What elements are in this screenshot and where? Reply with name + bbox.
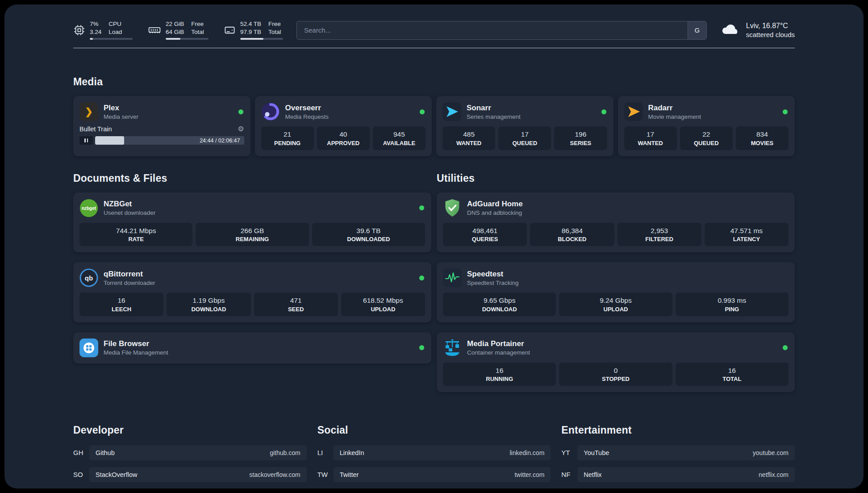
stat-tile: 2,953FILTERED: [618, 223, 701, 246]
bookmarks-developer: Developer GH Github github.com SO StackO…: [73, 424, 307, 489]
disk-total-label: Total: [268, 29, 281, 36]
bookmark-abbr: TW: [317, 471, 334, 478]
app-name: qBittorrent: [104, 270, 414, 279]
ram-total-value: 64 GiB: [166, 29, 184, 36]
cpu-progress-bar: [90, 38, 133, 40]
app-name: Overseerr: [285, 104, 415, 113]
stat-tile: 744.21 MbpsRATE: [79, 223, 192, 246]
section-title-entertainment: Entertainment: [561, 424, 795, 436]
disk-free-value: 52.4 TB: [240, 21, 261, 28]
app-name: Speedtest: [467, 270, 789, 279]
bookmark-row: YT YouTube youtube.com: [561, 445, 795, 460]
cpu-load-label: Load: [108, 29, 122, 36]
bookmark-link-stackoverflow[interactable]: StackOverflow stackoverflow.com: [89, 467, 307, 482]
ram-free-label: Free: [191, 21, 204, 28]
search-input[interactable]: [297, 21, 688, 39]
dashboard: 7% 3.24 CPU Load: [4, 4, 864, 489]
bookmark-abbr: YT: [561, 449, 577, 456]
stat-tile: 834MOVIES: [736, 126, 789, 150]
app-name: Radarr: [648, 104, 778, 113]
bookmark-link-netflix[interactable]: Netflix netflix.com: [577, 467, 795, 482]
pause-button[interactable]: [79, 136, 93, 145]
section-title-utilities: Utilities: [437, 172, 795, 184]
utilities-column: Utilities AdGuard Home: [437, 172, 795, 392]
memory-icon: [148, 24, 161, 36]
app-card-adguard[interactable]: AdGuard Home DNS and adblocking 498,461Q…: [437, 192, 795, 252]
bookmarks-area: Developer GH Github github.com SO StackO…: [73, 424, 795, 489]
bookmark-row: NF Netflix netflix.com: [561, 467, 795, 482]
ram-total-label: Total: [191, 29, 204, 36]
status-dot: [783, 345, 788, 350]
stat-tile: 22QUEUED: [680, 126, 733, 150]
app-name: AdGuard Home: [467, 200, 789, 209]
stat-tile: 498,461QUERIES: [443, 223, 527, 246]
app-card-sonarr[interactable]: Sonarr Series management 485WANTED 17QUE…: [436, 96, 613, 156]
weather-widget: Lviv, 16.87°C scattered clouds: [720, 22, 795, 38]
bookmark-row: GH Github github.com: [73, 445, 307, 460]
stat-tile: 17QUEUED: [498, 126, 551, 150]
settings-gear-icon[interactable]: ⚙: [238, 125, 244, 133]
top-bar: 7% 3.24 CPU Load: [73, 21, 795, 40]
bookmark-link-youtube[interactable]: YouTube youtube.com: [577, 445, 795, 460]
bookmark-abbr: NF: [561, 471, 577, 478]
app-subtitle: Container management: [467, 349, 777, 356]
ram-free-value: 22 GiB: [166, 21, 184, 28]
playback-progress-bar[interactable]: 24:44 / 02:06:47: [95, 136, 244, 145]
bookmark-link-github[interactable]: Github github.com: [89, 445, 307, 460]
app-subtitle: Series management: [467, 113, 596, 120]
section-title-media: Media: [73, 76, 795, 88]
stat-tile: 16TOTAL: [676, 363, 789, 386]
media-card-row: ❯ Plex Media server Bullet Train ⚙: [73, 96, 795, 156]
app-subtitle: Media server: [104, 113, 233, 120]
sonarr-icon: [442, 102, 461, 121]
cloud-icon: [720, 22, 741, 38]
radarr-icon: [624, 102, 643, 121]
app-card-speedtest[interactable]: Speedtest Speedtest Tracking 9.65 GbpsDO…: [437, 262, 795, 322]
stat-tile: 16RUNNING: [443, 363, 556, 386]
stat-tile: 40APPROVED: [317, 126, 370, 150]
bookmark-row: LI LinkedIn linkedin.com: [317, 445, 551, 460]
app-subtitle: Media Requests: [285, 113, 415, 120]
app-name: Sonarr: [467, 104, 596, 113]
weather-condition: scattered clouds: [746, 31, 795, 38]
adguard-shield-icon: [443, 199, 462, 217]
bookmark-link-linkedin[interactable]: LinkedIn linkedin.com: [334, 445, 551, 460]
bookmark-abbr: GH: [73, 449, 89, 456]
cpu-label: CPU: [108, 21, 122, 28]
overseerr-icon: [261, 102, 280, 121]
app-name: File Browser: [104, 339, 414, 348]
bookmark-row: SO StackOverflow stackoverflow.com: [73, 467, 307, 482]
app-name: Media Portainer: [467, 339, 777, 348]
section-title-documents: Documents & Files: [73, 172, 431, 184]
svg-text:qb: qb: [85, 274, 93, 282]
stat-tile: 9.65 GbpsDOWNLOAD: [443, 292, 556, 316]
app-card-filebrowser[interactable]: File Browser Media File Management: [73, 332, 431, 363]
app-card-plex[interactable]: ❯ Plex Media server Bullet Train ⚙: [73, 96, 250, 156]
now-playing-title: Bullet Train: [79, 125, 112, 133]
disk-total-value: 97.9 TB: [240, 29, 261, 36]
stat-tile: 945AVAILABLE: [373, 126, 426, 150]
app-card-overseerr[interactable]: Overseerr Media Requests 21PENDING 40APP…: [255, 96, 432, 156]
app-subtitle: Usenet downloader: [104, 209, 414, 216]
weather-location: Lviv, 16.87°C: [746, 22, 795, 30]
app-subtitle: Torrent downloader: [104, 280, 414, 286]
bookmarks-entertainment: Entertainment YT YouTube youtube.com NF …: [561, 424, 795, 489]
bookmark-link-twitter[interactable]: Twitter twitter.com: [334, 467, 551, 482]
search-bar: G: [296, 21, 707, 40]
app-card-portainer[interactable]: Media Portainer Container management 16R…: [437, 332, 795, 392]
bookmark-row: TW Twitter twitter.com: [317, 467, 551, 482]
status-dot: [238, 109, 243, 114]
qbittorrent-icon: qb: [79, 268, 98, 287]
stat-tile: 1.19 GbpsDOWNLOAD: [167, 292, 250, 316]
stat-tile: 86,384BLOCKED: [530, 223, 614, 246]
app-card-qbittorrent[interactable]: qb qBittorrent Torrent downloader 16LEEC…: [73, 262, 431, 322]
stat-tile: 0.993 msPING: [676, 292, 789, 316]
disk-metric: 52.4 TB 97.9 TB Free Total: [224, 21, 283, 40]
stat-tile: 9.24 GbpsUPLOAD: [559, 292, 672, 316]
topbar-divider: [73, 48, 795, 48]
svg-text:nzbget: nzbget: [82, 206, 96, 211]
documents-column: Documents & Files nzbget NZBGet Usenet d: [73, 172, 431, 392]
app-card-nzbget[interactable]: nzbget NZBGet Usenet downloader 744.21 M…: [73, 192, 431, 252]
app-card-radarr[interactable]: Radarr Movie management 17WANTED 22QUEUE…: [618, 96, 795, 156]
search-provider-button[interactable]: G: [688, 21, 706, 39]
